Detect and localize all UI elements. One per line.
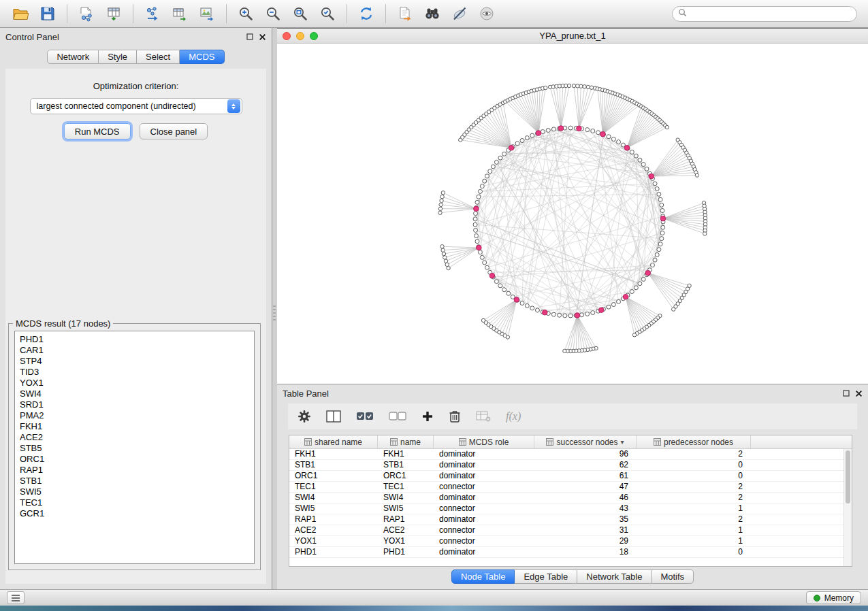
add-row-icon[interactable] — [421, 410, 434, 423]
table-row-STB1[interactable]: STB1STB1dominator620 — [289, 460, 843, 471]
mcds-result-item[interactable]: STB5 — [20, 443, 254, 454]
float-panel-icon[interactable] — [246, 33, 253, 40]
table-row-RAP1[interactable]: RAP1RAP1dominator352 — [289, 514, 843, 525]
show-column-icon[interactable] — [326, 410, 341, 423]
mcds-result-item[interactable]: TEC1 — [20, 497, 254, 508]
open-folder-icon[interactable] — [7, 2, 34, 25]
panel-splitter[interactable] — [272, 28, 277, 589]
criterion-select[interactable]: largest connected component (undirected) — [30, 98, 242, 114]
cell: 47 — [534, 482, 637, 492]
memory-label: Memory — [824, 593, 854, 603]
tab-node-table[interactable]: Node Table — [451, 569, 515, 584]
mcds-result-item[interactable]: RAP1 — [20, 465, 254, 476]
refresh-icon[interactable] — [353, 2, 380, 25]
table-scrollbar[interactable] — [843, 449, 852, 566]
select-all-icon[interactable] — [356, 412, 374, 421]
tab-motifs[interactable]: Motifs — [652, 569, 694, 584]
float-panel-icon[interactable] — [843, 390, 850, 397]
network-canvas[interactable] — [277, 44, 868, 384]
table-panel: Table Panel — [277, 384, 868, 589]
table-row-SWI5[interactable]: SWI5SWI5connector431 — [289, 503, 843, 514]
cell: RAP1 — [289, 514, 378, 525]
delete-row-icon[interactable] — [449, 410, 461, 423]
cell: 2 — [637, 482, 751, 492]
table-row-TEC1[interactable]: TEC1TEC1connector472 — [289, 482, 843, 493]
cell: ACE2 — [289, 525, 378, 535]
table-panel-tabs: Node TableEdge TableNetwork TableMotifs — [277, 569, 868, 584]
memory-button[interactable]: Memory — [806, 591, 861, 604]
mcds-result-item[interactable]: STP4 — [20, 356, 254, 367]
run-mcds-button[interactable]: Run MCDS — [64, 123, 131, 139]
scrollbar-thumb[interactable] — [846, 450, 850, 503]
mcds-result-item[interactable]: PHD1 — [20, 334, 254, 345]
export-table-icon[interactable] — [166, 2, 193, 25]
column-header-successor-nodes[interactable]: successor nodes▾ — [534, 435, 637, 448]
import-table-icon[interactable] — [100, 2, 127, 25]
mcds-result-item[interactable]: ACE2 — [20, 432, 254, 443]
export-network-icon[interactable] — [139, 2, 166, 25]
toolbar-separator — [226, 4, 227, 23]
graphics-details-icon[interactable] — [446, 2, 473, 25]
cell: FKH1 — [289, 449, 378, 459]
tab-select[interactable]: Select — [137, 50, 180, 64]
export-image-icon[interactable] — [193, 2, 221, 25]
column-header-name[interactable]: name — [378, 435, 434, 448]
tab-edge-table[interactable]: Edge Table — [515, 569, 577, 584]
network-window: YPA_prune.txt_1 — [277, 28, 868, 384]
import-network-icon[interactable] — [73, 2, 100, 25]
task-history-icon[interactable] — [7, 591, 25, 604]
mcds-result-item[interactable]: STB1 — [20, 476, 254, 486]
table-row-ACE2[interactable]: ACE2ACE2connector311 — [289, 525, 843, 536]
tab-mcds[interactable]: MCDS — [180, 50, 224, 64]
mcds-result-item[interactable]: SRD1 — [20, 399, 254, 410]
toolbar-separator — [347, 4, 347, 23]
column-header-predecessor-nodes[interactable]: predecessor nodes — [637, 435, 751, 448]
mcds-result-item[interactable]: ORC1 — [20, 454, 254, 465]
close-panel-button[interactable]: Close panel — [140, 123, 208, 139]
network-window-titlebar[interactable]: YPA_prune.txt_1 — [277, 29, 868, 44]
cell: 2 — [637, 514, 751, 525]
mcds-result-item[interactable]: CAR1 — [20, 345, 254, 356]
search-box[interactable] — [672, 6, 857, 22]
cell: 2 — [637, 493, 751, 503]
optimization-criterion-label: Optimization criterion: — [5, 81, 266, 91]
mcds-result-item[interactable]: SWI4 — [20, 389, 254, 399]
settings-gear-icon[interactable] — [298, 410, 311, 423]
tab-style[interactable]: Style — [99, 50, 137, 64]
cell: 1 — [637, 536, 751, 546]
mcds-result-fieldset: MCDS result (17 nodes) PHD1CAR1STP4TID3Y… — [8, 318, 261, 570]
application-window: Control Panel NetworkStyleSelectMCDS Opt… — [0, 0, 868, 611]
close-panel-icon[interactable] — [855, 390, 863, 397]
table-row-FKH1[interactable]: FKH1FKH1dominator962 — [289, 449, 843, 460]
mcds-result-item[interactable]: FKH1 — [20, 421, 254, 432]
cell: STB1 — [289, 460, 378, 470]
zoom-selected-icon[interactable] — [314, 2, 341, 25]
save-icon[interactable] — [34, 2, 61, 25]
find-binoculars-icon[interactable] — [419, 2, 446, 25]
tab-network[interactable]: Network — [47, 50, 99, 64]
mcds-result-item[interactable]: SWI5 — [20, 486, 254, 497]
mcds-result-item[interactable]: GCR1 — [20, 508, 254, 519]
zoom-in-icon[interactable] — [232, 2, 259, 25]
cell: ACE2 — [378, 525, 434, 535]
search-input[interactable] — [690, 9, 851, 18]
table-row-PHD1[interactable]: PHD1PHD1dominator180 — [289, 547, 843, 558]
table-row-YOX1[interactable]: YOX1YOX1connector291 — [289, 536, 843, 547]
birdseye-view-icon[interactable] — [473, 2, 500, 25]
mcds-result-item[interactable]: TID3 — [20, 367, 254, 378]
mcds-result-item[interactable]: PMA2 — [20, 410, 254, 421]
mcds-result-list[interactable]: PHD1CAR1STP4TID3YOX1SWI4SRD1PMA2FKH1ACE2… — [14, 331, 255, 564]
table-row-ORC1[interactable]: ORC1ORC1dominator610 — [289, 471, 843, 482]
table-row-SWI4[interactable]: SWI4SWI4dominator462 — [289, 493, 843, 503]
column-header-shared-name[interactable]: shared name — [289, 435, 378, 448]
hide-table-icon — [476, 411, 491, 422]
memory-status-icon — [814, 595, 820, 601]
clone-network-icon[interactable] — [391, 2, 419, 25]
zoom-fit-icon[interactable] — [287, 2, 314, 25]
zoom-out-icon[interactable] — [259, 2, 287, 25]
tab-network-table[interactable]: Network Table — [577, 569, 652, 584]
column-header-MCDS-role[interactable]: MCDS role — [434, 435, 534, 448]
mcds-result-item[interactable]: YOX1 — [20, 378, 254, 389]
deselect-all-icon[interactable] — [389, 412, 406, 421]
close-panel-icon[interactable] — [259, 33, 266, 41]
